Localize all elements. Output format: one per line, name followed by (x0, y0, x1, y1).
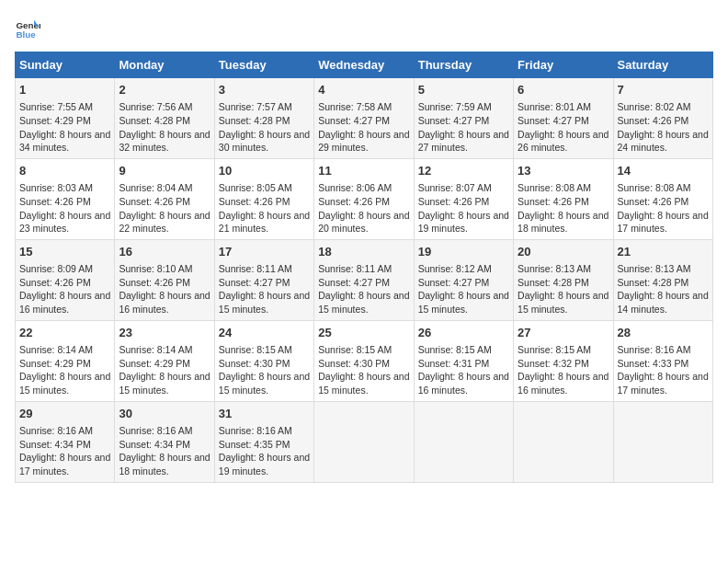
col-header-thursday: Thursday (414, 52, 513, 78)
day-info: Sunrise: 8:13 AMSunset: 4:28 PMDaylight:… (518, 262, 609, 316)
calendar-cell: 14Sunrise: 8:08 AMSunset: 4:26 PMDayligh… (613, 158, 712, 239)
day-info: Sunrise: 8:13 AMSunset: 4:28 PMDaylight:… (618, 262, 709, 316)
calendar-cell: 19Sunrise: 8:12 AMSunset: 4:27 PMDayligh… (414, 239, 513, 320)
calendar-cell: 23Sunrise: 8:14 AMSunset: 4:29 PMDayligh… (115, 320, 214, 401)
day-number: 10 (219, 163, 310, 179)
calendar-cell: 28Sunrise: 8:16 AMSunset: 4:33 PMDayligh… (613, 320, 712, 401)
day-info: Sunrise: 8:02 AMSunset: 4:26 PMDaylight:… (618, 100, 709, 155)
day-number: 28 (618, 325, 709, 341)
day-number: 31 (219, 406, 310, 422)
day-info: Sunrise: 8:10 AMSunset: 4:26 PMDaylight:… (119, 262, 210, 316)
day-info: Sunrise: 8:09 AMSunset: 4:26 PMDaylight:… (19, 262, 110, 316)
day-number: 23 (119, 325, 210, 341)
calendar-cell: 7Sunrise: 8:02 AMSunset: 4:26 PMDaylight… (613, 78, 712, 159)
logo: General Blue (15, 15, 44, 40)
calendar-week-row: 1Sunrise: 7:55 AMSunset: 4:29 PMDaylight… (16, 78, 713, 159)
calendar-cell (414, 401, 513, 482)
calendar-cell: 21Sunrise: 8:13 AMSunset: 4:28 PMDayligh… (613, 239, 712, 320)
day-info: Sunrise: 8:14 AMSunset: 4:29 PMDaylight:… (119, 343, 210, 397)
day-info: Sunrise: 8:07 AMSunset: 4:26 PMDaylight:… (418, 181, 509, 236)
day-number: 22 (19, 325, 110, 341)
day-number: 17 (219, 244, 310, 260)
day-info: Sunrise: 8:03 AMSunset: 4:26 PMDaylight:… (19, 181, 110, 236)
day-number: 5 (418, 82, 509, 98)
day-number: 26 (418, 325, 509, 341)
day-number: 11 (318, 163, 409, 179)
calendar-cell: 13Sunrise: 8:08 AMSunset: 4:26 PMDayligh… (514, 158, 613, 239)
calendar-week-row: 15Sunrise: 8:09 AMSunset: 4:26 PMDayligh… (16, 239, 713, 320)
calendar-cell: 1Sunrise: 7:55 AMSunset: 4:29 PMDaylight… (16, 78, 115, 159)
day-number: 3 (219, 82, 310, 98)
day-info: Sunrise: 7:57 AMSunset: 4:28 PMDaylight:… (219, 100, 310, 155)
calendar-cell: 17Sunrise: 8:11 AMSunset: 4:27 PMDayligh… (214, 239, 313, 320)
day-number: 13 (518, 163, 609, 179)
day-info: Sunrise: 7:56 AMSunset: 4:28 PMDaylight:… (119, 100, 210, 155)
day-number: 29 (19, 406, 110, 422)
col-header-monday: Monday (115, 52, 214, 78)
day-info: Sunrise: 8:16 AMSunset: 4:33 PMDaylight:… (618, 343, 709, 397)
calendar-cell: 5Sunrise: 7:59 AMSunset: 4:27 PMDaylight… (414, 78, 513, 159)
calendar-cell: 27Sunrise: 8:15 AMSunset: 4:32 PMDayligh… (514, 320, 613, 401)
day-info: Sunrise: 8:15 AMSunset: 4:30 PMDaylight:… (318, 343, 409, 397)
calendar-cell: 4Sunrise: 7:58 AMSunset: 4:27 PMDaylight… (314, 78, 414, 159)
day-number: 21 (618, 244, 709, 260)
calendar-cell: 8Sunrise: 8:03 AMSunset: 4:26 PMDaylight… (16, 158, 115, 239)
calendar-cell: 20Sunrise: 8:13 AMSunset: 4:28 PMDayligh… (514, 239, 613, 320)
calendar-cell: 3Sunrise: 7:57 AMSunset: 4:28 PMDaylight… (214, 78, 313, 159)
page-header: General Blue (15, 15, 713, 40)
calendar-header-row: SundayMondayTuesdayWednesdayThursdayFrid… (16, 52, 713, 78)
day-info: Sunrise: 8:08 AMSunset: 4:26 PMDaylight:… (618, 181, 709, 236)
day-info: Sunrise: 8:15 AMSunset: 4:32 PMDaylight:… (518, 343, 609, 397)
calendar-cell: 10Sunrise: 8:05 AMSunset: 4:26 PMDayligh… (214, 158, 313, 239)
day-number: 20 (518, 244, 609, 260)
day-info: Sunrise: 8:04 AMSunset: 4:26 PMDaylight:… (119, 181, 210, 236)
calendar-cell: 18Sunrise: 8:11 AMSunset: 4:27 PMDayligh… (314, 239, 414, 320)
day-number: 12 (418, 163, 509, 179)
calendar-cell: 31Sunrise: 8:16 AMSunset: 4:35 PMDayligh… (214, 401, 313, 482)
calendar-cell: 16Sunrise: 8:10 AMSunset: 4:26 PMDayligh… (115, 239, 214, 320)
calendar-cell: 15Sunrise: 8:09 AMSunset: 4:26 PMDayligh… (16, 239, 115, 320)
day-info: Sunrise: 8:11 AMSunset: 4:27 PMDaylight:… (318, 262, 409, 316)
svg-text:Blue: Blue (16, 29, 36, 40)
calendar-cell: 2Sunrise: 7:56 AMSunset: 4:28 PMDaylight… (115, 78, 214, 159)
day-number: 19 (418, 244, 509, 260)
day-number: 7 (618, 82, 709, 98)
calendar-cell: 25Sunrise: 8:15 AMSunset: 4:30 PMDayligh… (314, 320, 414, 401)
day-info: Sunrise: 7:58 AMSunset: 4:27 PMDaylight:… (318, 100, 409, 155)
day-info: Sunrise: 8:01 AMSunset: 4:27 PMDaylight:… (518, 100, 609, 155)
calendar-week-row: 29Sunrise: 8:16 AMSunset: 4:34 PMDayligh… (16, 401, 713, 482)
day-number: 18 (318, 244, 409, 260)
day-number: 14 (618, 163, 709, 179)
day-number: 30 (119, 406, 210, 422)
day-number: 25 (318, 325, 409, 341)
calendar-cell: 30Sunrise: 8:16 AMSunset: 4:34 PMDayligh… (115, 401, 214, 482)
day-info: Sunrise: 8:16 AMSunset: 4:34 PMDaylight:… (19, 424, 110, 478)
calendar-week-row: 8Sunrise: 8:03 AMSunset: 4:26 PMDaylight… (16, 158, 713, 239)
day-info: Sunrise: 8:16 AMSunset: 4:34 PMDaylight:… (119, 424, 210, 478)
day-number: 6 (518, 82, 609, 98)
day-info: Sunrise: 8:11 AMSunset: 4:27 PMDaylight:… (219, 262, 310, 316)
calendar-cell: 11Sunrise: 8:06 AMSunset: 4:26 PMDayligh… (314, 158, 414, 239)
col-header-tuesday: Tuesday (214, 52, 313, 78)
day-info: Sunrise: 8:05 AMSunset: 4:26 PMDaylight:… (219, 181, 310, 236)
day-info: Sunrise: 8:14 AMSunset: 4:29 PMDaylight:… (19, 343, 110, 397)
day-info: Sunrise: 8:15 AMSunset: 4:31 PMDaylight:… (418, 343, 509, 397)
calendar-cell (314, 401, 414, 482)
day-number: 4 (318, 82, 409, 98)
day-number: 24 (219, 325, 310, 341)
day-number: 9 (119, 163, 210, 179)
calendar-cell: 9Sunrise: 8:04 AMSunset: 4:26 PMDaylight… (115, 158, 214, 239)
day-info: Sunrise: 8:06 AMSunset: 4:26 PMDaylight:… (318, 181, 409, 236)
calendar-cell: 24Sunrise: 8:15 AMSunset: 4:30 PMDayligh… (214, 320, 313, 401)
day-info: Sunrise: 8:08 AMSunset: 4:26 PMDaylight:… (518, 181, 609, 236)
day-number: 2 (119, 82, 210, 98)
day-number: 15 (19, 244, 110, 260)
day-info: Sunrise: 7:59 AMSunset: 4:27 PMDaylight:… (418, 100, 509, 155)
calendar-cell: 29Sunrise: 8:16 AMSunset: 4:34 PMDayligh… (16, 401, 115, 482)
calendar-cell: 22Sunrise: 8:14 AMSunset: 4:29 PMDayligh… (16, 320, 115, 401)
calendar-cell (514, 401, 613, 482)
day-number: 8 (19, 163, 110, 179)
day-info: Sunrise: 8:15 AMSunset: 4:30 PMDaylight:… (219, 343, 310, 397)
day-number: 1 (19, 82, 110, 98)
col-header-saturday: Saturday (613, 52, 712, 78)
